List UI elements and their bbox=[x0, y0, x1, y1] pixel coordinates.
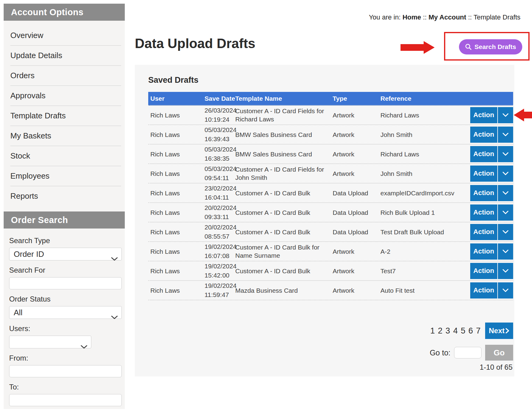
action-button[interactable]: Action bbox=[470, 204, 497, 221]
action-dropdown-button[interactable] bbox=[498, 127, 513, 143]
action-button[interactable]: Action bbox=[470, 282, 497, 299]
to-input[interactable] bbox=[9, 394, 122, 406]
sidebar-item-stock[interactable]: Stock bbox=[10, 146, 121, 166]
user-cell: Rich Laws bbox=[150, 111, 205, 119]
table-row: Rich Laws19/02/202415:42:00Customer A - … bbox=[148, 261, 513, 281]
action-group: Action bbox=[470, 146, 513, 162]
type-cell: Artwork bbox=[333, 150, 380, 158]
page-number-5[interactable]: 5 bbox=[459, 326, 467, 336]
table-row: Rich Laws19/02/202411:59:47Mazda Busines… bbox=[148, 281, 513, 300]
page-number-6[interactable]: 6 bbox=[467, 326, 474, 336]
type-cell: Artwork bbox=[333, 286, 380, 295]
action-button[interactable]: Action bbox=[470, 127, 497, 143]
template-name-cell: BMW Sales Business Card bbox=[235, 150, 333, 158]
annotation-arrow-right-icon bbox=[401, 41, 435, 54]
reference-cell: Rich Bulk Upload 1 bbox=[380, 208, 470, 217]
action-group: Action bbox=[470, 243, 513, 260]
action-dropdown-button[interactable] bbox=[498, 107, 513, 123]
go-button[interactable]: Go bbox=[485, 345, 513, 361]
sidebar-item-my-baskets[interactable]: My Baskets bbox=[10, 126, 121, 146]
breadcrumb-prefix: You are in: bbox=[369, 13, 401, 21]
action-dropdown-button[interactable] bbox=[498, 224, 513, 240]
action-dropdown-button[interactable] bbox=[498, 166, 513, 182]
order-search-section: Order Search Search Type Order ID Search… bbox=[4, 211, 125, 412]
table-row: Rich Laws05/03/202409:54:11Customer A - … bbox=[148, 164, 513, 183]
template-name-cell: Customer A - ID Card Fields for Richard … bbox=[235, 107, 333, 123]
order-status-select[interactable]: All bbox=[9, 306, 122, 319]
page-number-2[interactable]: 2 bbox=[436, 326, 444, 336]
action-group: Action bbox=[470, 224, 513, 240]
action-button[interactable]: Action bbox=[470, 263, 497, 279]
breadcrumb-item[interactable]: Template Drafts bbox=[474, 13, 520, 21]
sidebar-item-approvals[interactable]: Approvals bbox=[10, 86, 121, 106]
users-select[interactable] bbox=[9, 336, 91, 348]
table-header-row: User Save Date Template Name Type Refere… bbox=[148, 92, 513, 106]
sidebar-item-employees[interactable]: Employees bbox=[10, 166, 121, 186]
page-number-3[interactable]: 3 bbox=[444, 326, 452, 336]
search-type-select[interactable]: Order ID bbox=[9, 248, 122, 260]
action-dropdown-button[interactable] bbox=[498, 185, 513, 201]
search-for-input[interactable] bbox=[9, 277, 122, 289]
breadcrumb: You are in: Home :: My Account :: Templa… bbox=[369, 13, 520, 21]
sidebar-item-reports[interactable]: Reports bbox=[10, 186, 121, 206]
template-name-cell: Customer A - ID Card Bulk for Name Surna… bbox=[235, 243, 333, 260]
page-number-1[interactable]: 1 bbox=[429, 326, 436, 336]
reference-cell: Test Draft Bulk Upload bbox=[380, 228, 470, 236]
type-cell: Artwork bbox=[333, 247, 380, 256]
search-drafts-button[interactable]: Search Drafts bbox=[459, 39, 522, 54]
save-date-cell: 05/03/202416:38:35 bbox=[205, 145, 235, 163]
template-name-cell: Customer A - ID Card Bulk bbox=[235, 189, 333, 197]
search-type-label: Search Type bbox=[9, 236, 122, 245]
breadcrumb-item[interactable]: Home bbox=[402, 13, 421, 21]
action-dropdown-button[interactable] bbox=[498, 282, 513, 299]
table-row: Rich Laws23/02/202416:04:11Customer A - … bbox=[148, 183, 513, 203]
order-status-value: All bbox=[14, 308, 23, 317]
save-date-cell: 26/03/202410:19:24 bbox=[205, 106, 235, 124]
type-cell: Artwork bbox=[333, 267, 380, 275]
breadcrumb-item[interactable]: My Account bbox=[429, 13, 466, 21]
action-button[interactable]: Action bbox=[470, 146, 497, 162]
account-options-list: OverviewUpdate DetailsOrdersApprovalsTem… bbox=[4, 26, 125, 206]
goto-label: Go to: bbox=[430, 348, 450, 357]
users-label: Users: bbox=[9, 324, 122, 333]
template-name-cell: Customer A - ID Card Fields for John Smi… bbox=[235, 165, 333, 182]
sidebar-item-overview[interactable]: Overview bbox=[10, 26, 121, 46]
goto-row: Go to: Go bbox=[148, 345, 513, 361]
save-date-cell: 20/02/202408:55:57 bbox=[205, 223, 235, 241]
table-body: Rich Laws26/03/202410:19:24Customer A - … bbox=[148, 106, 513, 300]
action-group: Action bbox=[470, 282, 513, 299]
page-number-7[interactable]: 7 bbox=[474, 326, 482, 336]
column-header-save-date: Save Date bbox=[205, 95, 235, 102]
action-button[interactable]: Action bbox=[470, 185, 497, 201]
chevron-down-icon bbox=[502, 152, 509, 156]
table-row: Rich Laws05/03/202416:38:35BMW Sales Bus… bbox=[148, 145, 513, 164]
chevron-down-icon bbox=[502, 191, 509, 195]
action-button[interactable]: Action bbox=[470, 107, 497, 123]
next-page-button[interactable]: Next bbox=[485, 323, 513, 339]
chevron-down-icon bbox=[502, 211, 509, 214]
template-name-cell: Customer A - ID Card Bulk bbox=[235, 228, 333, 236]
action-dropdown-button[interactable] bbox=[498, 263, 513, 279]
sidebar-item-template-drafts[interactable]: Template Drafts bbox=[10, 106, 121, 126]
goto-page-input[interactable] bbox=[454, 347, 481, 358]
sidebar-item-update-details[interactable]: Update Details bbox=[10, 46, 121, 66]
sidebar: Account Options OverviewUpdate DetailsOr… bbox=[4, 4, 125, 409]
action-dropdown-button[interactable] bbox=[498, 243, 513, 260]
chevron-down-icon bbox=[502, 113, 509, 117]
page-number-4[interactable]: 4 bbox=[452, 326, 459, 336]
table-row: Rich Laws20/02/202408:55:57Customer A - … bbox=[148, 222, 513, 242]
type-cell: Data Upload bbox=[333, 228, 380, 236]
action-button[interactable]: Action bbox=[470, 166, 497, 182]
saved-drafts-panel: Saved Drafts User Save Date Template Nam… bbox=[135, 65, 514, 376]
chevron-down-icon bbox=[502, 230, 509, 234]
action-button[interactable]: Action bbox=[470, 224, 497, 240]
sidebar-item-orders[interactable]: Orders bbox=[10, 66, 121, 86]
from-input[interactable] bbox=[9, 365, 122, 377]
type-cell: Data Upload bbox=[333, 208, 380, 217]
reference-cell: John Smith bbox=[380, 169, 470, 178]
action-dropdown-button[interactable] bbox=[498, 204, 513, 221]
action-group: Action bbox=[470, 204, 513, 221]
action-group: Action bbox=[470, 263, 513, 279]
action-button[interactable]: Action bbox=[470, 243, 497, 260]
action-dropdown-button[interactable] bbox=[498, 146, 513, 162]
